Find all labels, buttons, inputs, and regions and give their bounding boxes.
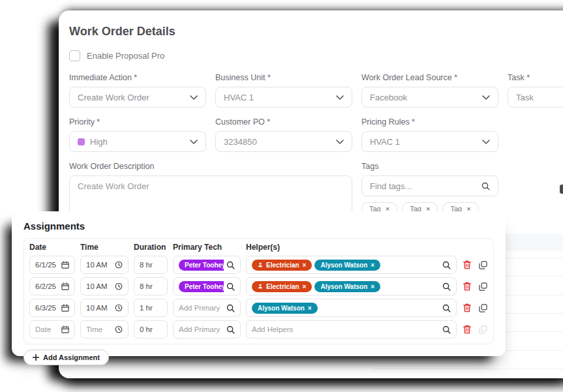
pill-close-icon[interactable]: ×: [371, 283, 374, 290]
time-value: 10 AM: [86, 261, 108, 269]
assignment-row: 6/2/25 10 AM 8 hr Peter Toohey ×: [29, 277, 488, 295]
search-icon[interactable]: [226, 282, 235, 291]
task-input[interactable]: [508, 87, 563, 108]
pill-close-icon[interactable]: ×: [371, 262, 374, 269]
search-icon[interactable]: [226, 261, 235, 269]
helpers-field[interactable]: Add Helpers: [246, 320, 457, 339]
field-customer-po: Customer PO * 3234850: [215, 117, 352, 152]
helpers-field[interactable]: Electrician × Alyson Watson ×: [246, 277, 457, 295]
pill-label: Alyson Watson: [320, 283, 367, 290]
copy-icon[interactable]: [478, 304, 488, 312]
assignment-rows: 6/1/25 10 AM 8 hr Peter Toohey ×: [29, 256, 488, 339]
column-header-time: Time: [80, 243, 129, 252]
pill-label: Alyson Watson: [320, 262, 367, 269]
search-icon[interactable]: [442, 304, 451, 312]
search-icon[interactable]: [226, 304, 235, 312]
duration-field[interactable]: 8 hr: [134, 277, 168, 295]
copy-icon[interactable]: [478, 261, 488, 269]
clock-icon[interactable]: [115, 282, 123, 290]
duration-field[interactable]: 1 hr: [134, 299, 168, 317]
date-value: Date: [35, 325, 51, 333]
trash-icon[interactable]: [462, 303, 472, 312]
immediate-action-value: Create Work Order: [78, 93, 149, 102]
primary-tech-field[interactable]: Peter Toohey ×: [173, 256, 241, 274]
pricing-rules-label: Pricing Rules *: [361, 117, 498, 127]
helpers-field[interactable]: Electrician × Alyson Watson ×: [246, 256, 457, 274]
assignee-pill[interactable]: Alyson Watson ×: [314, 260, 380, 271]
assignee-pill[interactable]: Electrician ×: [252, 260, 312, 271]
search-icon[interactable]: [442, 261, 451, 269]
clock-icon[interactable]: [115, 304, 123, 312]
duration-value: 8 hr: [140, 282, 153, 290]
assignee-pill[interactable]: Alyson Watson ×: [314, 281, 380, 292]
add-assignment-button[interactable]: Add Assignment: [23, 350, 109, 365]
assignee-pill[interactable]: Peter Toohey ×: [179, 281, 224, 292]
duration-value: 0 hr: [140, 325, 153, 333]
customer-po-value: 3234850: [224, 137, 257, 147]
trash-icon[interactable]: [462, 282, 472, 291]
assignee-pill[interactable]: Peter Toohey ×: [179, 260, 224, 271]
date-field[interactable]: 6/2/25: [29, 277, 75, 295]
clock-icon[interactable]: [115, 325, 123, 333]
assignment-row: 6/3/25 10 AM 1 hr Add Primary Alyson W: [29, 299, 488, 317]
calendar-icon[interactable]: [61, 325, 69, 333]
primary-tech-field[interactable]: Add Primary: [173, 320, 241, 339]
pill-close-icon[interactable]: ×: [303, 262, 307, 269]
primary-tech-field[interactable]: Add Primary: [173, 299, 241, 317]
lead-source-value: Facebook: [370, 93, 407, 102]
immediate-action-select[interactable]: Create Work Order: [69, 87, 206, 108]
search-icon[interactable]: [442, 282, 451, 291]
priority-select[interactable]: High: [69, 131, 206, 152]
pill-close-icon[interactable]: ×: [303, 283, 307, 290]
time-field[interactable]: Time: [80, 320, 129, 339]
search-icon[interactable]: [442, 325, 451, 334]
pricing-rules-select[interactable]: HVAC 1: [361, 131, 498, 152]
field-task: Task *: [508, 73, 563, 108]
primary-pills: Peter Toohey ×: [179, 260, 224, 271]
date-value: 6/2/25: [35, 282, 56, 290]
enable-proposal-pro-checkbox[interactable]: [69, 50, 80, 61]
pill-label: Peter Toohey: [185, 262, 224, 269]
time-field[interactable]: 10 AM: [80, 256, 129, 274]
tags-search-input[interactable]: Find tags...: [361, 175, 498, 196]
helpers-field[interactable]: Alyson Watson ×: [246, 299, 457, 317]
assignee-pill[interactable]: Electrician ×: [252, 281, 312, 292]
calendar-icon[interactable]: [61, 282, 69, 290]
search-icon[interactable]: [226, 325, 235, 334]
time-field[interactable]: 10 AM: [80, 299, 129, 317]
duration-field[interactable]: 0 hr: [134, 320, 168, 339]
time-field[interactable]: 10 AM: [80, 277, 129, 295]
plus-icon: [33, 354, 39, 361]
clock-icon[interactable]: [115, 261, 123, 269]
calendar-icon[interactable]: [61, 261, 69, 269]
primary-tech-field[interactable]: Peter Toohey ×: [173, 277, 241, 295]
date-field[interactable]: Date: [29, 320, 75, 339]
copy-icon[interactable]: [478, 282, 488, 291]
column-header-helpers: Helper(s): [246, 243, 457, 252]
assignee-pill[interactable]: Alyson Watson ×: [252, 303, 318, 314]
pricing-rules-value: HVAC 1: [370, 137, 400, 147]
business-unit-select[interactable]: HVAC 1: [215, 87, 352, 108]
calendar-icon[interactable]: [61, 304, 69, 312]
chevron-down-icon: [336, 140, 344, 144]
trash-icon[interactable]: [462, 260, 472, 269]
customer-po-select[interactable]: 3234850: [215, 131, 352, 152]
assignments-title: Assignments: [23, 220, 494, 232]
copy-icon[interactable]: [478, 325, 488, 334]
lead-source-label: Work Order Lead Source *: [361, 73, 498, 82]
trash-icon[interactable]: [462, 325, 472, 334]
pill-label: Alyson Watson: [258, 305, 305, 312]
duration-field[interactable]: 8 hr: [134, 256, 168, 274]
pill-label: Electrician: [266, 262, 299, 269]
date-field[interactable]: 6/1/25: [29, 256, 75, 274]
helper-pills: Electrician × Alyson Watson ×: [252, 281, 440, 292]
field-priority: Priority * High: [69, 117, 206, 152]
chevron-down-icon: [336, 95, 344, 100]
primary-pills: Peter Toohey ×: [179, 281, 224, 292]
date-field[interactable]: 6/3/25: [29, 299, 75, 317]
business-unit-value: HVAC 1: [224, 93, 254, 102]
lead-source-select[interactable]: Facebook: [361, 87, 498, 108]
cutoff-element: [560, 185, 563, 194]
customer-po-label: Customer PO *: [215, 117, 352, 127]
pill-close-icon[interactable]: ×: [308, 305, 312, 312]
